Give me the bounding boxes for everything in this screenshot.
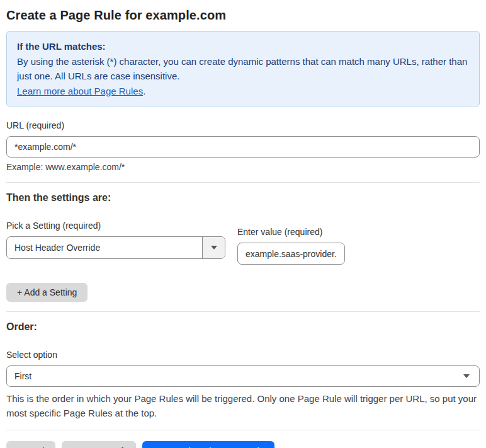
page-rule-form: Create a Page Rule for example.com If th… (0, 0, 486, 448)
setting-picker-column: Pick a Setting (required) Host Header Ov… (6, 221, 225, 259)
chevron-down-icon (463, 374, 470, 378)
order-section-heading: Order: (6, 321, 480, 333)
setting-value-input[interactable] (237, 243, 345, 265)
url-input[interactable] (6, 136, 480, 158)
form-actions: Cancel Save as Draft Save and Deploy Pag… (6, 441, 480, 448)
save-and-deploy-button[interactable]: Save and Deploy Page Rule (142, 441, 274, 448)
url-field-label: URL (required) (6, 120, 480, 131)
setting-value-column: Enter value (required) (237, 227, 345, 265)
divider (6, 182, 480, 183)
add-setting-button[interactable]: + Add a Setting (6, 283, 88, 302)
url-example-helper: Example: www.example.com/* (6, 162, 480, 173)
save-as-draft-button[interactable]: Save as Draft (62, 441, 137, 448)
setting-select[interactable]: Host Header Override (6, 236, 225, 259)
cancel-button[interactable]: Cancel (6, 441, 55, 448)
setting-select-caret-box[interactable] (202, 237, 225, 258)
order-helper-text: This is the order in which your Page Rul… (6, 391, 480, 420)
info-box-heading: If the URL matches: (17, 39, 469, 54)
order-select-label: Select option (6, 350, 480, 360)
info-box-body: By using the asterisk (*) character, you… (17, 54, 469, 84)
setting-select-value: Host Header Override (7, 243, 202, 253)
info-box-link-line: Learn more about Page Rules. (17, 84, 469, 99)
divider (6, 430, 480, 430)
divider (6, 311, 480, 312)
page-title: Create a Page Rule for example.com (6, 8, 480, 23)
settings-row: Pick a Setting (required) Host Header Ov… (6, 221, 480, 265)
learn-more-link[interactable]: Learn more about Page Rules (17, 86, 143, 96)
url-match-info-box: If the URL matches: By using the asteris… (6, 31, 480, 106)
order-select-value: First (7, 371, 463, 381)
chevron-down-icon (211, 246, 217, 250)
link-suffix: . (143, 86, 145, 96)
settings-section-heading: Then the settings are: (6, 192, 480, 204)
setting-value-label: Enter value (required) (237, 227, 345, 238)
setting-picker-label: Pick a Setting (required) (6, 221, 225, 231)
order-select[interactable]: First (6, 365, 480, 387)
